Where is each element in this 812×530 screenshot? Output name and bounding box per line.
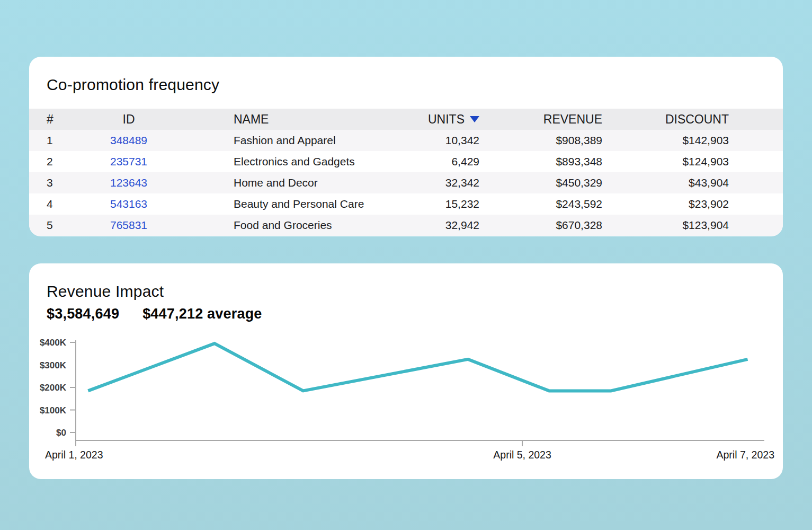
revenue-line-chart: $400K$300K$200K$100K$0April 1, 2023April…	[29, 329, 783, 465]
svg-text:$100K: $100K	[40, 405, 67, 416]
row-index: 1	[29, 130, 82, 151]
sort-descending-icon[interactable]	[470, 116, 479, 122]
column-header-units[interactable]: UNITS	[403, 109, 485, 130]
svg-text:April 5, 2023: April 5, 2023	[493, 449, 551, 461]
row-revenue: $908,389	[485, 130, 608, 151]
table-row: 4 543163 Beauty and Personal Care 15,232…	[29, 193, 783, 215]
row-id-link[interactable]: 348489	[110, 134, 147, 146]
table-row: 2 235731 Electronics and Gadgets 6,429 $…	[29, 151, 783, 172]
co-promotion-table: # ID NAME UNITS REVENUE DISCOUNT 1 34848…	[29, 109, 783, 236]
table-row: 1 348489 Fashion and Apparel 10,342 $908…	[29, 130, 783, 151]
row-name: Electronics and Gadgets	[175, 151, 403, 172]
row-index: 2	[29, 151, 82, 172]
row-discount: $43,904	[608, 172, 783, 193]
row-index: 5	[29, 215, 82, 236]
revenue-impact-card: Revenue Impact $3,584,649 $447,212 avera…	[29, 263, 783, 479]
column-header-revenue: REVENUE	[485, 109, 608, 130]
row-revenue: $670,328	[485, 215, 608, 236]
row-discount: $124,903	[608, 151, 783, 172]
column-header-discount: DISCOUNT	[608, 109, 783, 130]
row-id-link[interactable]: 123643	[110, 176, 147, 189]
row-units: 32,342	[403, 172, 485, 193]
row-units: 15,232	[403, 193, 485, 215]
chart-card-title: Revenue Impact	[29, 263, 783, 301]
svg-text:$400K: $400K	[40, 338, 67, 348]
row-index: 3	[29, 172, 82, 193]
table-row: 3 123643 Home and Decor 32,342 $450,329 …	[29, 172, 783, 193]
row-revenue: $243,592	[485, 193, 608, 215]
svg-text:April 1, 2023: April 1, 2023	[45, 449, 103, 461]
row-id-link[interactable]: 235731	[110, 155, 147, 167]
co-promotion-card: Co-promotion frequency # ID NAME UNITS R…	[29, 57, 783, 236]
units-header-label: UNITS	[428, 112, 465, 126]
chart-stats-row: $3,584,649 $447,212 average	[29, 301, 783, 322]
svg-text:April 7, 2023: April 7, 2023	[717, 449, 775, 461]
row-name: Fashion and Apparel	[175, 130, 403, 151]
column-header-index: #	[29, 109, 82, 130]
row-index: 4	[29, 193, 82, 215]
row-name: Food and Groceries	[175, 215, 403, 236]
row-units: 32,942	[403, 215, 485, 236]
table-header-row: # ID NAME UNITS REVENUE DISCOUNT	[29, 109, 783, 130]
row-id-link[interactable]: 765831	[110, 219, 147, 231]
row-name: Beauty and Personal Care	[175, 193, 403, 215]
svg-text:$200K: $200K	[40, 383, 67, 393]
row-id-link[interactable]: 543163	[110, 198, 147, 210]
revenue-chart-svg: $400K$300K$200K$100K$0April 1, 2023April…	[29, 329, 783, 465]
table-card-title: Co-promotion frequency	[29, 57, 783, 94]
revenue-average: $447,212 average	[142, 306, 262, 322]
svg-text:$0: $0	[56, 428, 66, 438]
svg-text:$300K: $300K	[40, 360, 67, 370]
row-discount: $123,904	[608, 215, 783, 236]
row-revenue: $893,348	[485, 151, 608, 172]
revenue-total: $3,584,649	[47, 306, 119, 322]
column-header-name: NAME	[175, 109, 403, 130]
column-header-id: ID	[82, 109, 175, 130]
row-units: 6,429	[403, 151, 485, 172]
row-units: 10,342	[403, 130, 485, 151]
row-name: Home and Decor	[175, 172, 403, 193]
row-discount: $142,903	[608, 130, 783, 151]
row-discount: $23,902	[608, 193, 783, 215]
table-row: 5 765831 Food and Groceries 32,942 $670,…	[29, 215, 783, 236]
row-revenue: $450,329	[485, 172, 608, 193]
